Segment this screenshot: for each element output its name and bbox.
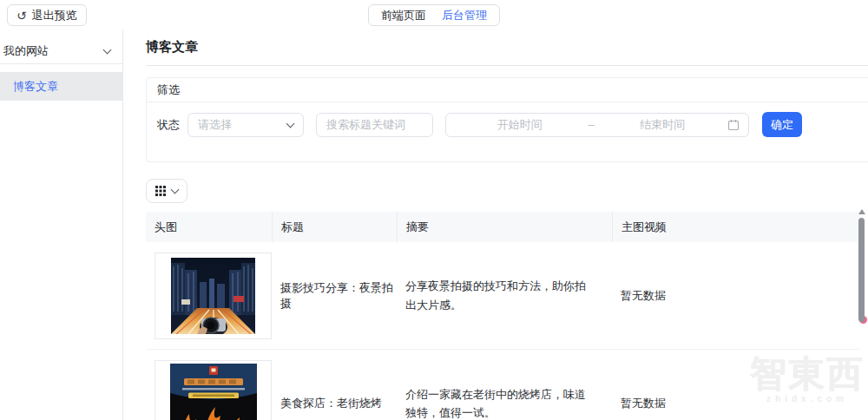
column-header-thumbnail: 头图 bbox=[146, 212, 272, 242]
scrollbar-thumb[interactable] bbox=[858, 218, 865, 322]
confirm-button[interactable]: 确定 bbox=[762, 112, 802, 137]
table-row[interactable]: 摄影技巧分享：夜景拍摄 分享夜景拍摄的技巧和方法，助你拍出大片感。 暂无数据 bbox=[146, 242, 859, 350]
sidebar-item-blog-articles[interactable]: 博客文章 bbox=[0, 72, 122, 101]
status-select-placeholder: 请选择 bbox=[198, 117, 232, 133]
status-label: 状态 bbox=[157, 117, 180, 133]
date-start-placeholder[interactable]: 开始时间 bbox=[455, 117, 584, 133]
article-main-video: 暂无数据 bbox=[612, 396, 859, 411]
layout: 我的网站 博客文章 博客文章 筛选 状态 请选择 开始时间 – 结束 bbox=[0, 30, 868, 420]
exit-preview-label: 退出预览 bbox=[32, 8, 77, 23]
view-mode-button[interactable] bbox=[146, 179, 187, 203]
filter-panel: 筛选 状态 请选择 开始时间 – 结束时间 bbox=[146, 77, 868, 162]
topbar: ↺ 退出预览 前端页面 后台管理 bbox=[0, 0, 868, 30]
article-thumbnail-frame bbox=[155, 253, 272, 339]
main-content: 博客文章 筛选 状态 请选择 开始时间 – 结束时间 bbox=[123, 30, 868, 420]
undo-icon: ↺ bbox=[16, 10, 27, 22]
article-thumbnail-frame bbox=[155, 360, 272, 420]
article-summary: 分享夜景拍摄的技巧和方法，助你拍出大片感。 bbox=[397, 277, 612, 314]
articles-table: 头图 标题 摘要 主图视频 bbox=[146, 212, 859, 420]
table-row[interactable]: 美食探店：老街烧烤 介绍一家藏在老街中的烧烤店，味道独特，值得一试。 暂无数据 bbox=[146, 350, 859, 420]
column-header-main-video: 主图视频 bbox=[612, 212, 859, 242]
grid-view-icon bbox=[155, 186, 166, 196]
article-summary: 介绍一家藏在老街中的烧烤店，味道独特，值得一试。 bbox=[397, 385, 612, 420]
chevron-down-icon bbox=[286, 119, 295, 128]
chevron-down-icon bbox=[103, 45, 112, 54]
table-header-row: 头图 标题 摘要 主图视频 bbox=[146, 212, 859, 242]
tab-backend-admin[interactable]: 后台管理 bbox=[442, 8, 487, 23]
view-switcher: 前端页面 后台管理 bbox=[368, 4, 500, 26]
sidebar-item-label: 博客文章 bbox=[13, 79, 58, 95]
night-city-camera-photo bbox=[171, 258, 255, 334]
column-header-title: 标题 bbox=[272, 212, 397, 242]
exit-preview-button[interactable]: ↺ 退出预览 bbox=[7, 4, 87, 26]
article-title: 摄影技巧分享：夜景拍摄 bbox=[272, 280, 397, 312]
chevron-down-icon bbox=[171, 186, 180, 194]
scroll-up-icon[interactable] bbox=[858, 209, 865, 214]
site-menu-label: 我的网站 bbox=[3, 43, 49, 59]
bbq-food-poster bbox=[170, 364, 257, 420]
date-end-placeholder[interactable]: 结束时间 bbox=[598, 117, 727, 133]
status-select[interactable]: 请选择 bbox=[187, 113, 304, 137]
filter-panel-title: 筛选 bbox=[147, 78, 868, 102]
sidebar-site-menu[interactable]: 我的网站 bbox=[0, 38, 122, 64]
date-range-picker[interactable]: 开始时间 – 结束时间 bbox=[445, 113, 749, 137]
column-header-summary: 摘要 bbox=[397, 212, 612, 242]
table-scrollbar bbox=[858, 209, 865, 322]
thumbnail-cell bbox=[146, 360, 272, 420]
page-title: 博客文章 bbox=[146, 39, 868, 55]
date-range-separator: – bbox=[584, 118, 597, 131]
article-main-video: 暂无数据 bbox=[612, 288, 859, 304]
tab-frontend-page[interactable]: 前端页面 bbox=[381, 8, 426, 23]
sidebar: 我的网站 博客文章 bbox=[0, 30, 123, 420]
title-divider bbox=[146, 65, 868, 66]
keyword-search-input[interactable] bbox=[316, 113, 433, 137]
filter-form: 状态 请选择 开始时间 – 结束时间 确定 bbox=[147, 102, 868, 161]
article-title: 美食探店：老街烧烤 bbox=[272, 396, 397, 411]
calendar-icon bbox=[727, 119, 740, 131]
thumbnail-cell bbox=[146, 253, 272, 339]
